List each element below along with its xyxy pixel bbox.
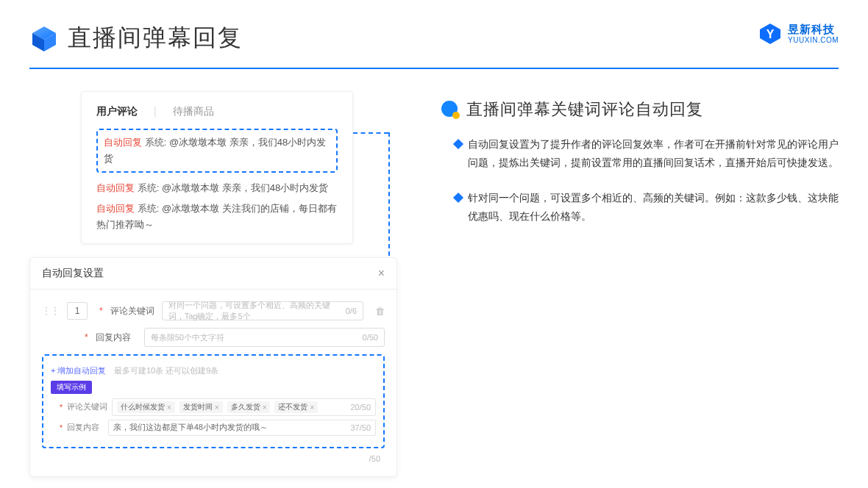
char-count: 0/50 — [363, 333, 378, 342]
example-box: + 增加自动回复 最多可建10条 还可以创建9条 填写示例 * 评论关键词 什么… — [42, 354, 385, 448]
required-star: * — [99, 306, 103, 316]
system-label: 系统: — [138, 203, 160, 214]
logo-text-en: YUUXIN.COM — [788, 36, 839, 44]
example-badge: 填写示例 — [51, 381, 92, 394]
page-title: 直播间弹幕回复 — [68, 22, 243, 54]
close-icon[interactable]: × — [378, 267, 385, 280]
cube-icon — [29, 24, 59, 53]
keyword-input[interactable]: 对同一个问题，可设置多个相近、高频的关键词，Tag确定，最多5个 0/6 — [162, 301, 363, 320]
drag-handle-icon[interactable]: ⋮⋮ — [42, 306, 60, 316]
example-keyword-input[interactable]: 什么时候发货× 发货时间× 多久发货× 还不发货× 20/50 — [112, 398, 376, 416]
example-keyword-label: 评论关键词 — [67, 402, 107, 412]
index-number: 1 — [67, 302, 88, 320]
tab-separator: | — [154, 105, 157, 118]
char-count: 37/50 — [350, 423, 371, 432]
trash-icon[interactable]: 🗑 — [375, 306, 385, 317]
comments-panel: 用户评论 | 待播商品 自动回复 系统: @冰墩墩本墩 亲亲，我们48小时内发货… — [81, 91, 353, 244]
connector-line — [353, 132, 388, 134]
keyword-tag[interactable]: 还不发货× — [274, 401, 318, 413]
logo-icon: Y — [758, 22, 782, 46]
reply-content-input[interactable]: 每条限50个中文字符 0/50 — [144, 328, 385, 347]
system-label: 系统: — [138, 182, 160, 193]
highlighted-auto-reply: 自动回复 系统: @冰墩墩本墩 亲亲，我们48小时内发货 — [96, 129, 338, 173]
auto-reply-tag: 自动回复 — [96, 182, 135, 193]
add-auto-reply-link[interactable]: + 增加自动回复 — [51, 366, 106, 375]
bullet-point: 自动回复设置为了提升作者的评论回复效率，作者可在开播前针对常见的评论用户问题，提… — [441, 135, 839, 171]
example-reply-input[interactable]: 亲，我们这边都是下单48小时内发货的哦～ 37/50 — [108, 420, 376, 436]
required-star: * — [60, 423, 63, 432]
comment-row: 自动回复 系统: @冰墩墩本墩 亲亲，我们48小时内发货 — [96, 180, 338, 196]
bullet-point: 针对同一个问题，可设置多个相近的、高频的关键词。例如：这款多少钱、这块能优惠吗、… — [441, 189, 839, 225]
reply-content-label: 回复内容 — [96, 331, 137, 344]
required-star: * — [85, 332, 88, 342]
auto-reply-tag: 自动回复 — [96, 203, 135, 214]
required-star: * — [60, 403, 63, 412]
char-count: 20/50 — [350, 403, 371, 412]
example-reply-label: 回复内容 — [67, 423, 104, 433]
section-title: 直播间弹幕关键词评论自动回复 — [466, 98, 703, 121]
logo-text-cn: 昱新科技 — [788, 24, 839, 36]
char-count: 0/6 — [346, 306, 357, 315]
diamond-icon — [453, 139, 463, 149]
auto-reply-tag: 自动回复 — [104, 137, 142, 148]
system-label: 系统: — [145, 137, 167, 148]
diamond-icon — [453, 193, 463, 203]
tail-count: /50 — [369, 454, 380, 463]
settings-title: 自动回复设置 — [42, 267, 104, 280]
tab-user-comments[interactable]: 用户评论 — [96, 105, 138, 118]
tab-pending-products[interactable]: 待播商品 — [173, 105, 214, 118]
auto-reply-settings-panel: 自动回复设置 × ⋮⋮ 1 * 评论关键词 对同一个问题，可设置多个相近、高频的… — [29, 257, 397, 477]
brand-logo: Y 昱新科技 YUUXIN.COM — [758, 22, 839, 46]
comment-text: @冰墩墩本墩 亲亲，我们48小时内发货 — [162, 182, 328, 193]
keyword-tag[interactable]: 什么时候发货× — [117, 401, 175, 413]
keyword-label: 评论关键词 — [110, 305, 154, 317]
keyword-tag[interactable]: 多久发货× — [227, 401, 271, 413]
keyword-tag[interactable]: 发货时间× — [179, 401, 223, 413]
section-bullet-icon — [441, 101, 459, 118]
comment-row: 自动回复 系统: @冰墩墩本墩 关注我们的店铺，每日都有热门推荐呦～ — [96, 201, 338, 233]
svg-text:Y: Y — [766, 28, 775, 40]
add-note: 最多可建10条 还可以创建9条 — [114, 366, 218, 375]
